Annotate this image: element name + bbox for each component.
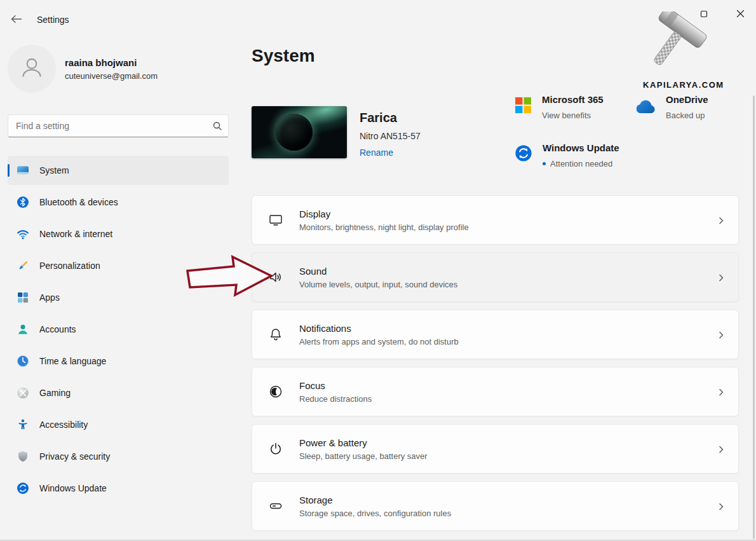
windows-update-icon bbox=[515, 144, 532, 165]
sidebar-item-bluetooth-devices[interactable]: Bluetooth & devices bbox=[8, 188, 229, 217]
onedrive-title: OneDrive bbox=[666, 94, 708, 106]
sidebar-item-network-internet[interactable]: Network & internet bbox=[8, 219, 229, 249]
chevron-right-icon bbox=[717, 273, 726, 285]
card-title: Power & battery bbox=[299, 437, 428, 448]
planet-graphic bbox=[276, 114, 313, 151]
back-button[interactable] bbox=[8, 13, 25, 28]
window-title: Settings bbox=[37, 15, 69, 25]
chevron-right-icon bbox=[717, 216, 726, 228]
notifications-icon bbox=[267, 327, 284, 342]
chevron-right-icon bbox=[717, 330, 726, 343]
page-title: System bbox=[252, 46, 315, 66]
sidebar-item-label: Network & internet bbox=[39, 229, 112, 239]
card-sound[interactable]: Sound Volume levels, output, input, soun… bbox=[252, 252, 739, 302]
card-title: Focus bbox=[299, 380, 372, 391]
search-icon bbox=[212, 121, 222, 134]
sidebar-item-label: Accessibility bbox=[39, 420, 88, 430]
sidebar-item-accounts[interactable]: Accounts bbox=[8, 315, 229, 344]
device-model: Nitro AN515-57 bbox=[360, 131, 421, 141]
windows-update-status-card[interactable]: Windows Update Attention needed bbox=[515, 142, 619, 168]
search-input[interactable] bbox=[8, 114, 229, 137]
sidebar-item-label: Time & language bbox=[39, 356, 106, 366]
sidebar-item-time-language[interactable]: Time & language bbox=[8, 346, 229, 376]
card-display[interactable]: Display Monitors, brightness, night ligh… bbox=[252, 195, 739, 245]
account-name: raaina bhojwani bbox=[65, 57, 137, 68]
settings-window: Settings raaina bhojwani cuteuniverse@gm… bbox=[0, 0, 756, 541]
sidebar-item-label: Privacy & security bbox=[39, 451, 110, 462]
sidebar-item-label: Personalization bbox=[39, 261, 100, 271]
sidebar-item-label: Accounts bbox=[39, 324, 76, 334]
windows-update-title: Windows Update bbox=[543, 142, 619, 154]
device-wallpaper-thumbnail bbox=[252, 106, 347, 158]
microsoft-365-icon bbox=[515, 97, 532, 116]
sidebar-item-label: Bluetooth & devices bbox=[39, 197, 118, 207]
windows-update-subtitle: Attention needed bbox=[543, 159, 619, 168]
system-icon bbox=[17, 164, 29, 177]
card-subtitle: Storage space, drives, configuration rul… bbox=[299, 509, 451, 518]
avatar bbox=[8, 45, 56, 93]
card-subtitle: Monitors, brightness, night light, displ… bbox=[299, 223, 469, 232]
windows-update-icon bbox=[17, 482, 29, 495]
accessibility-icon bbox=[17, 418, 29, 431]
chevron-right-icon bbox=[717, 502, 726, 514]
chevron-right-icon bbox=[717, 387, 726, 400]
hammer-watermark-icon bbox=[647, 11, 720, 75]
sound-icon bbox=[267, 270, 284, 285]
power-battery-icon bbox=[267, 441, 284, 456]
back-arrow-icon bbox=[11, 15, 22, 26]
rename-link[interactable]: Rename bbox=[360, 147, 393, 158]
chevron-right-icon bbox=[717, 444, 726, 457]
accounts-icon bbox=[17, 323, 29, 336]
account-email: cuteuniverse@gmail.com bbox=[65, 71, 158, 81]
sidebar-item-label: Windows Update bbox=[39, 483, 107, 493]
sidebar-item-gaming[interactable]: Gaming bbox=[8, 378, 229, 407]
watermark-text: KAPILARYA.COM bbox=[643, 80, 724, 90]
microsoft-365-subtitle[interactable]: View benefits bbox=[542, 111, 604, 120]
privacy-security-icon bbox=[17, 450, 29, 463]
display-icon bbox=[267, 212, 284, 228]
network-icon bbox=[17, 228, 29, 240]
time-language-icon bbox=[17, 355, 29, 367]
card-title: Notifications bbox=[299, 323, 459, 334]
focus-icon bbox=[267, 384, 284, 399]
microsoft-365-status-card[interactable]: Microsoft 365 View benefits bbox=[515, 94, 604, 120]
sidebar-item-label: Apps bbox=[39, 292, 60, 303]
person-icon bbox=[18, 54, 45, 83]
attention-dot bbox=[543, 162, 546, 165]
card-subtitle: Volume levels, output, input, sound devi… bbox=[299, 280, 457, 289]
storage-icon bbox=[267, 498, 284, 514]
sidebar-item-label: System bbox=[39, 165, 69, 175]
onedrive-cloud-icon bbox=[631, 100, 656, 118]
card-focus[interactable]: Focus Reduce distractions bbox=[252, 367, 739, 416]
sidebar-nav: System Bluetooth & devices Network & int… bbox=[8, 156, 229, 505]
apps-icon bbox=[17, 291, 29, 304]
sidebar-item-label: Gaming bbox=[39, 388, 71, 398]
bluetooth-icon bbox=[17, 196, 29, 209]
search-box bbox=[8, 114, 229, 137]
card-title: Sound bbox=[299, 266, 457, 277]
card-storage[interactable]: Storage Storage space, drives, configura… bbox=[252, 481, 739, 531]
card-subtitle: Sleep, battery usage, battery saver bbox=[299, 451, 428, 461]
onedrive-subtitle[interactable]: Backed up bbox=[666, 111, 708, 120]
sidebar-item-system[interactable]: System bbox=[8, 156, 229, 185]
card-title: Storage bbox=[299, 495, 451, 505]
card-subtitle: Reduce distractions bbox=[299, 394, 372, 404]
gaming-icon bbox=[17, 387, 29, 399]
close-icon bbox=[736, 9, 745, 20]
sidebar-item-apps[interactable]: Apps bbox=[8, 283, 229, 312]
selection-indicator bbox=[8, 164, 10, 177]
microsoft-365-title: Microsoft 365 bbox=[542, 94, 604, 106]
personalization-icon bbox=[17, 259, 29, 272]
card-title: Display bbox=[299, 209, 469, 219]
card-power-battery[interactable]: Power & battery Sleep, battery usage, ba… bbox=[252, 424, 739, 474]
card-subtitle: Alerts from apps and system, do not dist… bbox=[299, 337, 459, 346]
sidebar-item-personalization[interactable]: Personalization bbox=[8, 251, 229, 280]
scrollbar[interactable] bbox=[753, 95, 755, 539]
onedrive-status-card[interactable]: OneDrive Backed up bbox=[631, 94, 708, 120]
sidebar-item-windows-update[interactable]: Windows Update bbox=[8, 474, 229, 503]
sidebar-item-privacy-security[interactable]: Privacy & security bbox=[8, 442, 229, 471]
card-notifications[interactable]: Notifications Alerts from apps and syste… bbox=[252, 310, 739, 359]
close-button[interactable] bbox=[727, 5, 753, 24]
sidebar-item-accessibility[interactable]: Accessibility bbox=[8, 410, 229, 439]
device-name: Farica bbox=[360, 111, 397, 125]
